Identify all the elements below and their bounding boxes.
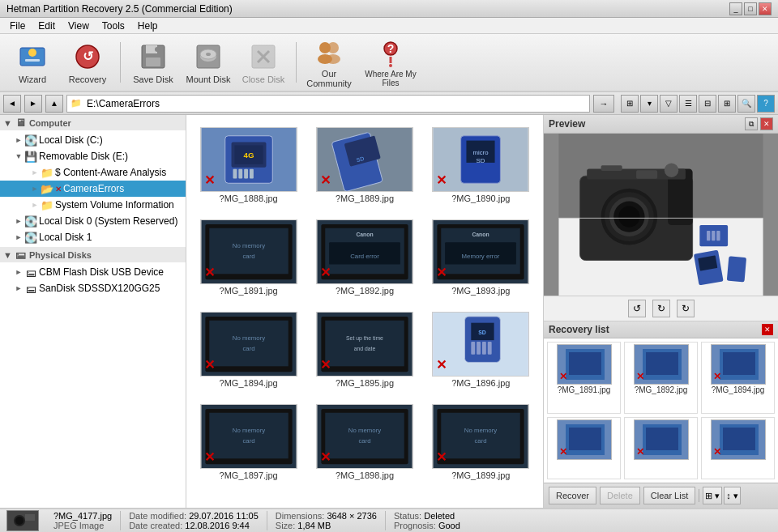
tree-local-0[interactable]: ► 💽 Local Disk 0 (System Reserved) xyxy=(0,213,186,229)
menu-tools[interactable]: Tools xyxy=(96,19,131,33)
expand-ca[interactable]: ► xyxy=(29,167,41,178)
back-button[interactable]: ◄ xyxy=(3,95,21,113)
tree-removable-e[interactable]: ▼ 💾 Removable Disk (E:) xyxy=(0,148,186,164)
rl-item-1892[interactable]: ✕ ?MG_1892.jpg xyxy=(624,342,698,414)
rotate-right-button[interactable]: ↻ xyxy=(677,300,695,317)
tree-camera-errors[interactable]: ► 📂 ✕ CameraErrors xyxy=(0,181,186,197)
clear-list-button[interactable]: Clear List xyxy=(643,487,695,504)
community-button[interactable]: Our Community xyxy=(303,37,355,87)
mount-disk-button[interactable]: Mount Disk xyxy=(182,37,234,87)
preview-close-button[interactable]: ✕ xyxy=(760,117,773,130)
recovery-button[interactable]: ↺ Recovery xyxy=(62,37,113,87)
rl-item-1894[interactable]: ✕ ?MG_1894.jpg xyxy=(701,342,775,414)
svg-text:No memory: No memory xyxy=(233,334,265,342)
tree-local-1[interactable]: ► 💽 Local Disk 1 xyxy=(0,229,186,245)
file-item-1897[interactable]: No memory card ✕ ?MG_1897.jpg xyxy=(194,400,302,484)
save-disk-button[interactable]: Save Disk xyxy=(127,37,179,87)
help-btn[interactable]: ? xyxy=(757,95,775,113)
error-1890: ✕ xyxy=(436,172,447,188)
physical-disks-section[interactable]: ▼ 🖴 Physical Disks xyxy=(0,247,186,262)
status-prognosis: Prognosis: Good xyxy=(394,521,460,530)
tree-local-c[interactable]: ► 💽 Local Disk (C:) xyxy=(0,132,186,148)
rl-item-4[interactable]: ✕ xyxy=(547,417,621,480)
file-item-1899[interactable]: No memory card ✕ ?MG_1899.jpg xyxy=(427,400,535,484)
expand-l1[interactable]: ► xyxy=(13,232,24,243)
menu-edit[interactable]: Edit xyxy=(32,19,62,33)
recovery-view-dropdown[interactable]: ⊞ ▾ xyxy=(703,487,722,504)
rl-item-1891[interactable]: ✕ ?MG_1891.jpg xyxy=(547,342,621,414)
svg-point-104 xyxy=(618,206,639,228)
where-files-button[interactable]: ? Where Are My Files xyxy=(358,37,423,87)
close-button[interactable]: ✕ xyxy=(759,2,772,15)
recovery-list-close[interactable]: ✕ xyxy=(762,324,773,335)
error-1898: ✕ xyxy=(320,449,331,465)
view-btn-4[interactable]: ⊞ xyxy=(718,95,736,113)
prognosis-label: Prognosis: xyxy=(394,521,436,530)
recovery-sort-dropdown[interactable]: ↕ ▾ xyxy=(724,487,741,504)
status-file-info: ?MG_4177.jpg JPEG Image xyxy=(45,511,121,530)
delete-button[interactable]: Delete xyxy=(600,487,640,504)
file-item-1895[interactable]: Set up the time and date ✕ ?MG_1895.jpg xyxy=(310,308,418,392)
tree-system-volume[interactable]: ► 📁 System Volume Information xyxy=(0,197,186,213)
expand-sandisk[interactable]: ► xyxy=(13,283,24,294)
address-input[interactable] xyxy=(85,96,589,112)
minimize-button[interactable]: _ xyxy=(729,2,742,15)
rl-error-4: ✕ xyxy=(559,446,567,458)
tree-cbm[interactable]: ► 🖴 CBM Flash Disk USB Device xyxy=(0,264,186,280)
file-item-1893[interactable]: Canon Memory error ✕ ?MG_1893.jpg xyxy=(427,215,535,300)
preview-header-buttons: ⧉ ✕ xyxy=(745,117,773,130)
tree-content-aware[interactable]: ► 📁 $ Content-Aware Analysis xyxy=(0,164,186,181)
up-button[interactable]: ▲ xyxy=(45,95,63,113)
disk-0-label: Local Disk 0 (System Reserved) xyxy=(39,215,177,227)
tree-sandisk[interactable]: ► 🖴 SanDisk SDSSDX120GG25 xyxy=(0,280,186,296)
svg-rect-138 xyxy=(25,514,35,521)
recover-button[interactable]: Recover xyxy=(549,487,596,504)
svg-rect-115 xyxy=(727,256,746,282)
wizard-button[interactable]: Wizard xyxy=(6,37,58,87)
view-btn-3[interactable]: ⊟ xyxy=(699,95,716,113)
expand-c[interactable]: ► xyxy=(13,134,24,146)
view-btn-2[interactable]: ☰ xyxy=(679,95,697,113)
file-item-1896[interactable]: SD ✕ ?MG_1896.jpg xyxy=(427,308,535,392)
main-area: ▼ 🖥 Computer ► 💽 Local Disk (C:) ▼ 💾 Rem… xyxy=(0,115,778,508)
view-btn-1[interactable]: ⊞ xyxy=(621,95,639,113)
status-dates: Date modified: 29.07.2016 11:05 Date cre… xyxy=(121,511,267,530)
status-dimensions: Dimensions: 3648 × 2736 xyxy=(276,511,377,521)
titlebar-title: Hetman Partition Recovery 2.5 (Commercia… xyxy=(6,3,233,15)
svg-text:4G: 4G xyxy=(243,151,254,160)
expand-l0[interactable]: ► xyxy=(13,215,24,227)
menu-file[interactable]: File xyxy=(3,19,32,33)
rl-thumb-img-1892: ✕ xyxy=(634,344,689,385)
file-item-1891[interactable]: No memory card ✕ ?MG_1891.jpg xyxy=(194,215,302,300)
search-btn[interactable]: 🔍 xyxy=(737,95,755,113)
file-grid: 4G ✕ ?MG_1888.jpg xyxy=(186,115,543,492)
preview-popout-button[interactable]: ⧉ xyxy=(745,117,758,130)
rl-item-6[interactable]: ✕ xyxy=(701,417,775,480)
address-go-button[interactable]: → xyxy=(593,95,614,113)
size-label: Size: xyxy=(276,521,295,530)
file-item-1888[interactable]: 4G ✕ ?MG_1888.jpg xyxy=(194,123,302,207)
expand-cbm[interactable]: ► xyxy=(13,266,24,278)
error-1892: ✕ xyxy=(320,265,331,280)
menu-help[interactable]: Help xyxy=(131,19,165,33)
filter-btn[interactable]: ▽ xyxy=(660,95,678,113)
maximize-button[interactable]: □ xyxy=(744,2,757,15)
rl-item-5[interactable]: ✕ xyxy=(624,417,698,480)
file-item-1889[interactable]: SD ✕ ?MG_1889.jpg xyxy=(310,123,418,207)
file-item-1892[interactable]: Canon Card error ✕ ?MG_1892.jpg xyxy=(310,215,418,300)
expand-e[interactable]: ▼ xyxy=(13,151,24,162)
expand-ce[interactable]: ► xyxy=(29,183,41,194)
thumb-1898: No memory card ✕ xyxy=(316,404,413,469)
refresh-button[interactable]: ↻ xyxy=(652,300,670,317)
file-item-1890[interactable]: micro SD ✕ ?MG_1890.jpg xyxy=(427,123,535,207)
forward-button[interactable]: ► xyxy=(24,95,42,113)
view-dropdown[interactable]: ▾ xyxy=(640,95,658,113)
computer-section[interactable]: ▼ 🖥 Computer xyxy=(0,115,186,130)
file-item-1898[interactable]: No memory card ✕ ?MG_1898.jpg xyxy=(310,400,418,484)
expand-sv[interactable]: ► xyxy=(29,199,41,211)
close-disk-button[interactable]: Close Disk xyxy=(237,37,289,87)
rotate-left-button[interactable]: ↺ xyxy=(628,300,646,317)
svg-text:SD: SD xyxy=(477,157,485,164)
file-item-1894[interactable]: No memory card ✕ ?MG_1894.jpg xyxy=(194,308,302,392)
menu-view[interactable]: View xyxy=(62,19,96,33)
